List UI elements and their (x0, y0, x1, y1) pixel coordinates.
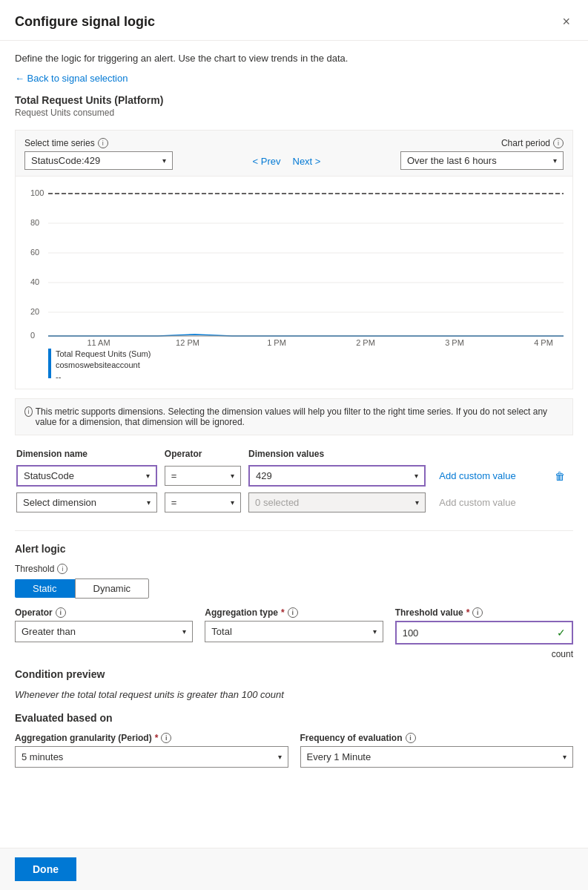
dynamic-toggle-button[interactable]: Dynamic (75, 578, 150, 599)
operator-select[interactable]: Greater than ▾ (15, 621, 193, 642)
agg-granularity-chevron-icon: ▾ (278, 753, 282, 761)
chart-period-control: Chart period i Over the last 6 hours ▾ (400, 138, 564, 170)
chart-visualization: 100 80 60 40 20 0 (24, 182, 564, 346)
done-button[interactable]: Done (15, 857, 76, 881)
freq-evaluation-select[interactable]: Every 1 Minute ▾ (300, 746, 574, 768)
col-values: Dimension values (248, 449, 432, 464)
close-button[interactable]: × (559, 12, 573, 31)
svg-text:40: 40 (30, 277, 39, 286)
dimension-table: Dimension name Operator Dimension values… (15, 447, 573, 518)
dimension-row-2: Select dimension ▾ = ▾ 0 selected (16, 492, 572, 517)
dimension-info-icon[interactable]: i (24, 406, 33, 417)
agg-granularity-select[interactable]: 5 minutes ▾ (15, 746, 288, 768)
agg-granularity-label: Aggregation granularity (Period) * i (15, 733, 288, 743)
evaluated-section: Evaluated based on Aggregation granulari… (15, 712, 573, 768)
signal-subtitle: Request Units consumed (15, 108, 573, 118)
dim-op-chevron-2: ▾ (231, 498, 234, 507)
chart-controls: Select time series i StatusCode:429 ▾ < … (15, 130, 573, 177)
agg-granularity-info-icon[interactable]: i (161, 733, 171, 743)
count-label: count (395, 649, 573, 659)
svg-text:3 PM: 3 PM (445, 338, 464, 346)
agg-type-label: Aggregation type * i (205, 607, 383, 618)
svg-text:100: 100 (30, 188, 44, 197)
svg-text:60: 60 (30, 248, 39, 257)
dimension-row-1: StatusCode ▾ = ▾ 429 ▾ (16, 465, 572, 491)
agg-type-group: Aggregation type * i Total ▾ (205, 607, 383, 642)
alert-logic-section: Alert logic Threshold i Static Dynamic O… (15, 543, 573, 768)
operator-info-icon[interactable]: i (56, 607, 66, 618)
evaluated-header: Evaluated based on (15, 712, 573, 724)
col-dimension-name: Dimension name (16, 449, 163, 464)
evaluated-row: Aggregation granularity (Period) * i 5 m… (15, 733, 573, 768)
add-custom-value-1[interactable]: Add custom value (433, 470, 521, 481)
threshold-label: Threshold i (15, 564, 573, 574)
operator-label: Operator i (15, 607, 193, 618)
modal-title: Configure signal logic (15, 14, 155, 30)
delete-dimension-1[interactable]: 🗑 (552, 467, 568, 485)
condition-preview-section: Condition preview Whenever the total tot… (15, 668, 573, 700)
chart-period-chevron-icon: ▾ (553, 156, 557, 165)
alert-form-row: Operator i Greater than ▾ Aggregation ty… (15, 607, 573, 659)
next-button[interactable]: Next > (290, 154, 324, 168)
condition-preview-header: Condition preview (15, 668, 573, 680)
static-toggle-button[interactable]: Static (15, 579, 75, 598)
time-series-chevron-icon: ▾ (162, 156, 166, 165)
svg-text:2 PM: 2 PM (356, 338, 375, 346)
agg-type-info-icon[interactable]: i (288, 607, 298, 618)
threshold-value-info-icon[interactable]: i (472, 607, 483, 618)
dim-name-chevron-2: ▾ (147, 498, 151, 507)
time-series-label: Select time series i (24, 138, 173, 148)
svg-text:11 AM: 11 AM (87, 338, 110, 346)
svg-text:80: 80 (30, 218, 39, 227)
operator-group: Operator i Greater than ▾ (15, 607, 193, 642)
modal-header: Configure signal logic × (0, 0, 588, 41)
agg-granularity-group: Aggregation granularity (Period) * i 5 m… (15, 733, 288, 768)
dim-name-select-1[interactable]: StatusCode ▾ (16, 465, 157, 487)
agg-type-select[interactable]: Total ▾ (205, 621, 383, 642)
time-series-select[interactable]: StatusCode:429 ▾ (24, 151, 173, 170)
dim-val-chevron-1: ▾ (414, 472, 418, 480)
col-operator: Operator (165, 449, 247, 464)
chart-legend: Total Request Units (Sum) cosmoswebsitea… (24, 346, 564, 389)
alert-logic-header: Alert logic (15, 543, 573, 555)
freq-evaluation-label: Frequency of evaluation i (300, 733, 574, 743)
dim-operator-select-2[interactable]: = ▾ (165, 492, 241, 512)
svg-text:0: 0 (30, 331, 35, 340)
threshold-check-icon: ✓ (557, 627, 566, 639)
chart-period-label: Chart period i (501, 138, 564, 148)
dim-op-chevron-1: ▾ (231, 472, 234, 480)
prev-button[interactable]: < Prev (250, 154, 284, 168)
dim-value-select-2[interactable]: 0 selected ▾ (248, 492, 426, 512)
dim-val-chevron-2: ▾ (415, 498, 419, 507)
svg-text:20: 20 (30, 307, 39, 316)
modal-body: Define the logic for triggering an alert… (0, 41, 588, 848)
description-text: Define the logic for triggering an alert… (15, 53, 573, 64)
divider-1 (15, 530, 573, 531)
time-series-info-icon[interactable]: i (98, 138, 108, 148)
configure-signal-modal: Configure signal logic × Define the logi… (0, 0, 588, 890)
add-custom-value-2: Add custom value (433, 497, 521, 508)
freq-chevron-icon: ▾ (563, 753, 566, 761)
signal-title: Total Request Units (Platform) (15, 94, 573, 106)
agg-type-chevron-icon: ▾ (373, 627, 377, 636)
dim-name-select-2[interactable]: Select dimension ▾ (16, 492, 157, 512)
dimension-info-box: i This metric supports dimensions. Selec… (15, 398, 573, 435)
threshold-value-group: Threshold value * i 100 ✓ count (395, 607, 573, 659)
condition-text: Whenever the total total request units i… (15, 689, 573, 700)
threshold-info-icon[interactable]: i (57, 564, 67, 574)
dim-value-select-1[interactable]: 429 ▾ (248, 465, 426, 487)
dim-operator-select-1[interactable]: = ▾ (165, 466, 241, 486)
chart-period-select[interactable]: Over the last 6 hours ▾ (400, 151, 564, 170)
threshold-value-input[interactable]: 100 ✓ (395, 621, 573, 645)
freq-info-icon[interactable]: i (406, 733, 416, 743)
chart-period-info-icon[interactable]: i (553, 138, 564, 148)
time-series-control: Select time series i StatusCode:429 ▾ (24, 138, 173, 170)
threshold-toggle: Static Dynamic (15, 578, 573, 599)
chart-svg: 100 80 60 40 20 0 (24, 182, 564, 346)
legend-bar (48, 349, 51, 378)
threshold-section: Threshold i Static Dynamic (15, 564, 573, 599)
back-to-signal-link[interactable]: ← Back to signal selection (15, 73, 128, 84)
svg-text:12 PM: 12 PM (176, 338, 199, 346)
modal-footer: Done (0, 848, 588, 890)
svg-text:1 PM: 1 PM (267, 338, 286, 346)
